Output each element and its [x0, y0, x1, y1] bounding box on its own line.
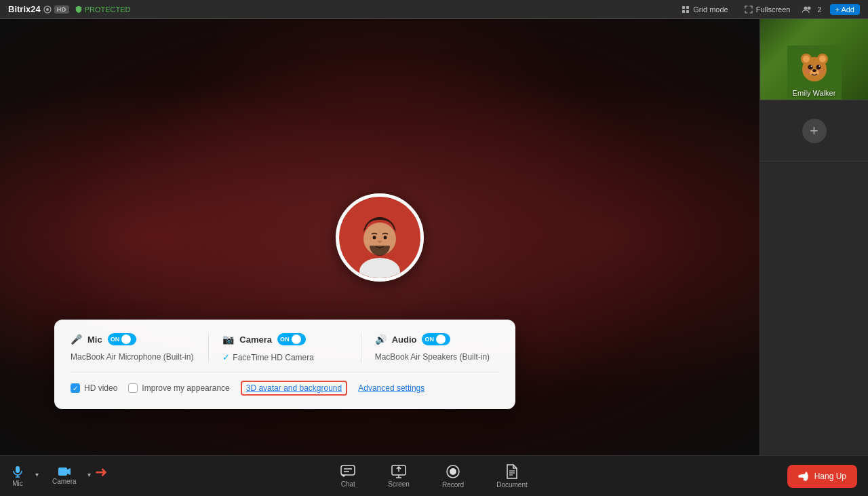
document-button[interactable]: Document	[488, 460, 536, 493]
audio-device-name: MacBook Air Speakers (Built-in)	[375, 352, 490, 362]
settings-icon	[43, 5, 52, 14]
top-bar-right: Grid mode Fullscreen 2 + Add	[677, 4, 860, 15]
svg-point-25	[812, 69, 816, 72]
audio-device: MacBook Air Speakers (Built-in)	[375, 352, 499, 362]
toolbar-left: Mic ▾ Camera ▾ ➜	[0, 456, 107, 496]
camera-device-name: FaceTime HD Camera	[233, 353, 314, 362]
mic-chevron[interactable]: ▾	[35, 471, 39, 478]
camera-button[interactable]: Camera	[41, 456, 87, 496]
camera-icon: 📷	[222, 334, 234, 345]
check-mark: ✓	[73, 385, 78, 392]
mic-toggle-label: ON	[111, 336, 120, 343]
avatar-bg-link[interactable]: 3D avatar and background	[241, 381, 347, 396]
camera-toggle-dot	[292, 335, 301, 344]
document-icon	[506, 464, 518, 479]
avatar-image	[342, 204, 417, 278]
document-label: Document	[496, 481, 528, 489]
audio-settings-col: 🔊 Audio ON MacBook Air Speakers (Built-i…	[375, 333, 499, 362]
arrow-indicator: ➜	[95, 463, 107, 481]
record-button[interactable]: Record	[434, 460, 472, 493]
svg-point-23	[818, 66, 820, 67]
audio-toggle-label: ON	[425, 336, 434, 343]
hd-video-checkbox[interactable]: ✓	[71, 383, 80, 393]
add-participant-tile[interactable]: +	[760, 100, 868, 161]
hang-up-label: Hang Up	[814, 472, 846, 481]
audio-label: Audio	[392, 335, 417, 345]
svg-rect-3	[686, 6, 689, 9]
svg-point-6	[804, 6, 808, 9]
svg-point-1	[46, 8, 49, 11]
sidebar: Emily Walker +	[760, 19, 868, 455]
svg-rect-4	[682, 10, 685, 13]
svg-point-11	[373, 235, 376, 239]
fullscreen-icon	[745, 5, 753, 14]
svg-rect-28	[16, 466, 20, 473]
add-participant-icon: +	[802, 119, 827, 143]
participants-count: 2	[817, 5, 821, 14]
fullscreen-button[interactable]: Fullscreen	[741, 4, 795, 15]
shield-icon	[75, 5, 83, 14]
hd-video-checkbox-item[interactable]: ✓ HD video	[71, 383, 117, 393]
settings-footer: ✓ HD video Improve my appearance 3D avat…	[71, 372, 499, 396]
mic-icon: 🎤	[71, 334, 82, 345]
chat-button[interactable]: Chat	[332, 461, 363, 492]
settings-popup: 🎤 Mic ON MacBook Air Microphone (Built-i…	[54, 320, 515, 409]
grid-mode-label: Grid mode	[693, 5, 728, 14]
mic-toolbar-icon	[11, 465, 24, 478]
check-icon: ✓	[222, 352, 230, 362]
screen-label: Screen	[388, 480, 410, 488]
mic-label: Mic	[87, 335, 102, 345]
user-avatar	[336, 193, 424, 282]
protected-label: PROTECTED	[85, 5, 131, 14]
svg-point-37	[450, 468, 456, 475]
mic-toggle-dot	[121, 335, 131, 344]
camera-header: 📷 Camera ON	[222, 333, 347, 345]
advanced-settings-link[interactable]: Advanced settings	[358, 383, 425, 393]
participants-icon	[802, 5, 812, 14]
camera-chevron[interactable]: ▾	[87, 471, 91, 478]
mic-settings-col: 🎤 Mic ON MacBook Air Microphone (Built-i…	[71, 333, 209, 362]
hang-up-button[interactable]: Hang Up	[787, 465, 857, 488]
grid-mode-button[interactable]: Grid mode	[677, 4, 732, 15]
audio-icon: 🔊	[375, 334, 387, 345]
improve-checkbox[interactable]	[128, 383, 138, 393]
video-area: 🎤 Mic ON MacBook Air Microphone (Built-i…	[0, 19, 760, 455]
svg-point-7	[808, 6, 811, 9]
top-bar-left: Bitrix24 HD PROTECTED	[8, 4, 677, 14]
svg-rect-31	[58, 468, 67, 476]
participants-info: 2	[802, 5, 821, 14]
svg-point-13	[378, 240, 382, 243]
audio-toggle-dot	[436, 335, 446, 344]
svg-rect-32	[341, 465, 355, 475]
toolbar-center: Chat Screen Record	[332, 460, 536, 493]
mic-toolbar-label: Mic	[12, 480, 23, 487]
improve-checkbox-item[interactable]: Improve my appearance	[128, 383, 229, 393]
svg-rect-2	[682, 6, 685, 9]
plus-icon: +	[810, 122, 818, 140]
camera-settings-col: 📷 Camera ON ✓ FaceTime HD Camera	[222, 333, 361, 362]
screen-button[interactable]: Screen	[380, 461, 418, 492]
camera-toggle[interactable]: ON	[277, 333, 306, 345]
record-icon	[446, 464, 460, 479]
participant-tile: Emily Walker	[760, 19, 868, 100]
hd-video-label: HD video	[84, 383, 117, 393]
mic-button[interactable]: Mic	[0, 456, 35, 496]
mic-toggle[interactable]: ON	[108, 333, 136, 345]
camera-device: ✓ FaceTime HD Camera	[222, 352, 347, 362]
camera-label: Camera	[239, 335, 272, 345]
svg-point-12	[384, 235, 387, 239]
add-button[interactable]: + Add	[830, 4, 860, 15]
mic-header: 🎤 Mic ON	[71, 333, 195, 345]
camera-toolbar-icon	[58, 467, 71, 476]
record-label: Record	[442, 481, 464, 489]
svg-point-19	[819, 56, 826, 62]
camera-toggle-label: ON	[280, 336, 290, 343]
audio-toggle[interactable]: ON	[422, 333, 450, 345]
top-bar: Bitrix24 HD PROTECTED Grid mode	[0, 0, 868, 19]
chat-icon	[340, 465, 355, 478]
hd-badge: HD	[54, 5, 69, 14]
participant-video-bg	[760, 19, 868, 100]
mic-device: MacBook Air Microphone (Built-in)	[71, 352, 195, 362]
svg-point-26	[805, 69, 810, 74]
svg-rect-5	[686, 10, 689, 13]
